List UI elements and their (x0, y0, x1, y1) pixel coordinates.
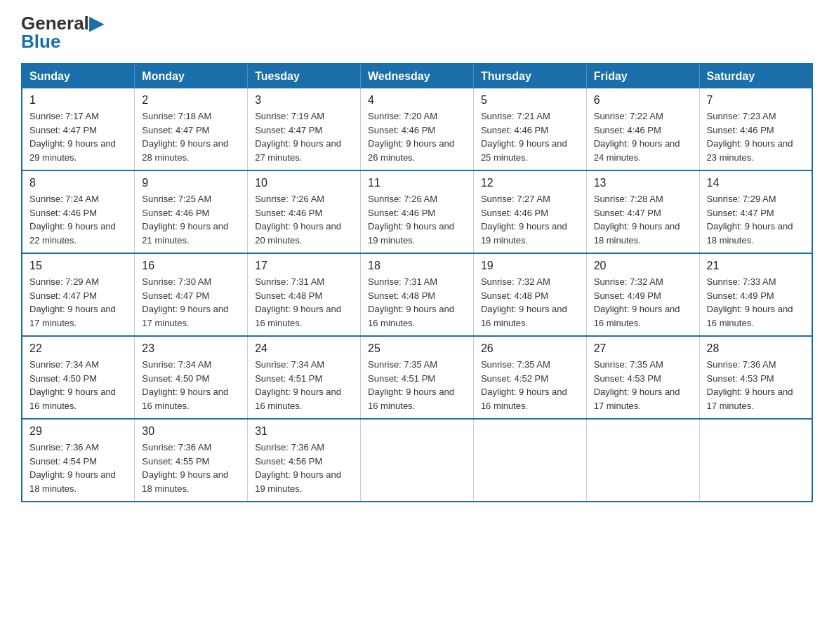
calendar-week-row: 15 Sunrise: 7:29 AM Sunset: 4:47 PM Dayl… (22, 253, 812, 336)
calendar-day-cell: 23 Sunrise: 7:34 AM Sunset: 4:50 PM Dayl… (135, 336, 248, 419)
calendar-day-cell (699, 419, 812, 502)
day-number: 2 (142, 94, 240, 107)
day-info: Sunrise: 7:35 AM Sunset: 4:51 PM Dayligh… (368, 358, 466, 412)
calendar-day-cell: 17 Sunrise: 7:31 AM Sunset: 4:48 PM Dayl… (248, 253, 361, 336)
calendar-day-cell: 29 Sunrise: 7:36 AM Sunset: 4:54 PM Dayl… (22, 419, 135, 502)
logo-blue-text: Blue (21, 32, 60, 51)
calendar-day-cell: 21 Sunrise: 7:33 AM Sunset: 4:49 PM Dayl… (699, 253, 812, 336)
day-info: Sunrise: 7:23 AM Sunset: 4:46 PM Dayligh… (707, 109, 805, 164)
day-info: Sunrise: 7:36 AM Sunset: 4:56 PM Dayligh… (255, 441, 353, 495)
day-number: 28 (707, 342, 805, 355)
day-number: 24 (255, 342, 353, 355)
day-info: Sunrise: 7:34 AM Sunset: 4:51 PM Dayligh… (255, 358, 353, 412)
calendar-day-cell (361, 419, 474, 502)
calendar-day-cell: 20 Sunrise: 7:32 AM Sunset: 4:49 PM Dayl… (586, 253, 699, 336)
day-info: Sunrise: 7:27 AM Sunset: 4:46 PM Dayligh… (481, 192, 579, 247)
day-of-week-header: Thursday (473, 64, 586, 88)
day-number: 9 (142, 177, 240, 189)
day-number: 30 (142, 425, 240, 438)
day-number: 4 (368, 94, 466, 107)
calendar-day-cell (473, 419, 586, 502)
calendar-day-cell: 31 Sunrise: 7:36 AM Sunset: 4:56 PM Dayl… (248, 419, 361, 502)
page-header: General▶ Blue (21, 14, 813, 51)
day-info: Sunrise: 7:19 AM Sunset: 4:47 PM Dayligh… (255, 109, 353, 164)
calendar-week-row: 22 Sunrise: 7:34 AM Sunset: 4:50 PM Dayl… (22, 336, 812, 419)
day-number: 27 (594, 342, 692, 355)
calendar-day-cell: 27 Sunrise: 7:35 AM Sunset: 4:53 PM Dayl… (586, 336, 699, 419)
day-info: Sunrise: 7:20 AM Sunset: 4:46 PM Dayligh… (368, 109, 466, 164)
day-info: Sunrise: 7:31 AM Sunset: 4:48 PM Dayligh… (368, 275, 466, 330)
day-number: 20 (594, 260, 692, 272)
day-number: 15 (29, 260, 127, 272)
day-number: 12 (481, 177, 579, 189)
day-info: Sunrise: 7:31 AM Sunset: 4:48 PM Dayligh… (255, 275, 353, 330)
calendar-day-cell: 24 Sunrise: 7:34 AM Sunset: 4:51 PM Dayl… (248, 336, 361, 419)
calendar-day-cell: 2 Sunrise: 7:18 AM Sunset: 4:47 PM Dayli… (135, 88, 248, 170)
calendar-day-cell: 28 Sunrise: 7:36 AM Sunset: 4:53 PM Dayl… (699, 336, 812, 419)
calendar-day-cell: 5 Sunrise: 7:21 AM Sunset: 4:46 PM Dayli… (473, 88, 586, 170)
day-info: Sunrise: 7:36 AM Sunset: 4:55 PM Dayligh… (142, 441, 240, 495)
days-of-week-row: SundayMondayTuesdayWednesdayThursdayFrid… (22, 64, 812, 88)
calendar-day-cell: 30 Sunrise: 7:36 AM Sunset: 4:55 PM Dayl… (135, 419, 248, 502)
calendar-day-cell: 7 Sunrise: 7:23 AM Sunset: 4:46 PM Dayli… (699, 88, 812, 170)
day-number: 1 (29, 94, 127, 107)
calendar-day-cell: 11 Sunrise: 7:26 AM Sunset: 4:46 PM Dayl… (361, 170, 474, 253)
day-info: Sunrise: 7:30 AM Sunset: 4:47 PM Dayligh… (142, 275, 240, 330)
day-number: 13 (594, 177, 692, 189)
calendar-day-cell: 19 Sunrise: 7:32 AM Sunset: 4:48 PM Dayl… (473, 253, 586, 336)
day-of-week-header: Tuesday (248, 64, 361, 88)
day-number: 11 (368, 177, 466, 189)
day-info: Sunrise: 7:18 AM Sunset: 4:47 PM Dayligh… (142, 109, 240, 164)
calendar-day-cell: 3 Sunrise: 7:19 AM Sunset: 4:47 PM Dayli… (248, 88, 361, 170)
calendar-day-cell: 1 Sunrise: 7:17 AM Sunset: 4:47 PM Dayli… (22, 88, 135, 170)
day-number: 23 (142, 342, 240, 355)
day-info: Sunrise: 7:29 AM Sunset: 4:47 PM Dayligh… (29, 275, 127, 330)
calendar-table: SundayMondayTuesdayWednesdayThursdayFrid… (21, 63, 813, 502)
day-number: 26 (481, 342, 579, 355)
day-info: Sunrise: 7:29 AM Sunset: 4:47 PM Dayligh… (707, 192, 805, 247)
day-info: Sunrise: 7:34 AM Sunset: 4:50 PM Dayligh… (142, 358, 240, 412)
calendar-day-cell: 12 Sunrise: 7:27 AM Sunset: 4:46 PM Dayl… (473, 170, 586, 253)
day-info: Sunrise: 7:22 AM Sunset: 4:46 PM Dayligh… (594, 109, 692, 164)
day-info: Sunrise: 7:17 AM Sunset: 4:47 PM Dayligh… (29, 109, 127, 164)
day-number: 3 (255, 94, 353, 107)
day-info: Sunrise: 7:34 AM Sunset: 4:50 PM Dayligh… (29, 358, 127, 412)
day-info: Sunrise: 7:33 AM Sunset: 4:49 PM Dayligh… (707, 275, 805, 330)
day-of-week-header: Friday (586, 64, 699, 88)
logo-general-text: General▶ (21, 14, 103, 32)
day-number: 18 (368, 260, 466, 272)
calendar-day-cell: 4 Sunrise: 7:20 AM Sunset: 4:46 PM Dayli… (361, 88, 474, 170)
day-of-week-header: Monday (135, 64, 248, 88)
day-number: 22 (29, 342, 127, 355)
day-number: 17 (255, 260, 353, 272)
calendar-week-row: 29 Sunrise: 7:36 AM Sunset: 4:54 PM Dayl… (22, 419, 812, 502)
day-info: Sunrise: 7:25 AM Sunset: 4:46 PM Dayligh… (142, 192, 240, 247)
day-info: Sunrise: 7:24 AM Sunset: 4:46 PM Dayligh… (29, 192, 127, 247)
day-info: Sunrise: 7:26 AM Sunset: 4:46 PM Dayligh… (368, 192, 466, 247)
calendar-week-row: 1 Sunrise: 7:17 AM Sunset: 4:47 PM Dayli… (22, 88, 812, 170)
day-number: 6 (594, 94, 692, 107)
calendar-day-cell: 10 Sunrise: 7:26 AM Sunset: 4:46 PM Dayl… (248, 170, 361, 253)
day-number: 5 (481, 94, 579, 107)
day-info: Sunrise: 7:28 AM Sunset: 4:47 PM Dayligh… (594, 192, 692, 247)
day-of-week-header: Sunday (22, 64, 135, 88)
calendar-week-row: 8 Sunrise: 7:24 AM Sunset: 4:46 PM Dayli… (22, 170, 812, 253)
day-of-week-header: Wednesday (361, 64, 474, 88)
day-info: Sunrise: 7:36 AM Sunset: 4:53 PM Dayligh… (707, 358, 805, 412)
calendar-day-cell: 25 Sunrise: 7:35 AM Sunset: 4:51 PM Dayl… (361, 336, 474, 419)
calendar-day-cell: 13 Sunrise: 7:28 AM Sunset: 4:47 PM Dayl… (586, 170, 699, 253)
day-number: 31 (255, 425, 353, 438)
calendar-day-cell: 8 Sunrise: 7:24 AM Sunset: 4:46 PM Dayli… (22, 170, 135, 253)
day-number: 10 (255, 177, 353, 189)
day-number: 25 (368, 342, 466, 355)
day-info: Sunrise: 7:35 AM Sunset: 4:53 PM Dayligh… (594, 358, 692, 412)
day-number: 29 (29, 425, 127, 438)
calendar-day-cell: 14 Sunrise: 7:29 AM Sunset: 4:47 PM Dayl… (699, 170, 812, 253)
calendar-day-cell: 15 Sunrise: 7:29 AM Sunset: 4:47 PM Dayl… (22, 253, 135, 336)
logo: General▶ Blue (21, 14, 103, 51)
day-info: Sunrise: 7:35 AM Sunset: 4:52 PM Dayligh… (481, 358, 579, 412)
calendar-day-cell: 16 Sunrise: 7:30 AM Sunset: 4:47 PM Dayl… (135, 253, 248, 336)
day-number: 21 (707, 260, 805, 272)
day-info: Sunrise: 7:26 AM Sunset: 4:46 PM Dayligh… (255, 192, 353, 247)
calendar-body: 1 Sunrise: 7:17 AM Sunset: 4:47 PM Dayli… (22, 88, 812, 502)
